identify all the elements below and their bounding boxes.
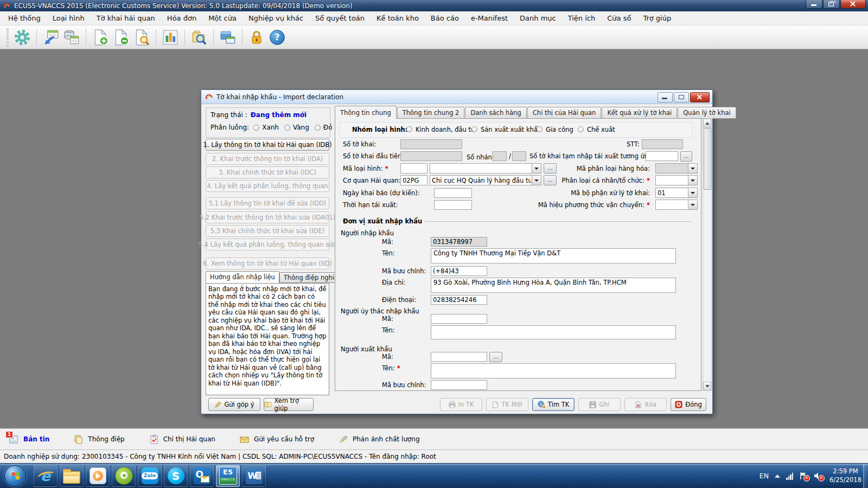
tab-thong-tin-chung[interactable]: Thông tin chung <box>335 106 397 119</box>
dropdown-button[interactable] <box>688 176 697 185</box>
exporter-browse-button[interactable]: ... <box>489 352 502 362</box>
find-declaration-button[interactable]: Tìm TK <box>532 398 575 411</box>
dropdown-button[interactable] <box>532 176 541 185</box>
help-icon[interactable]: ? <box>267 27 288 48</box>
so-tk-tam-nhap-input[interactable] <box>646 151 678 161</box>
feedback-button[interactable]: Gửi góp ý <box>208 398 260 411</box>
menu-item[interactable]: Hệ thống <box>2 12 47 24</box>
menu-item[interactable]: Một cửa <box>202 12 242 24</box>
taskbar-ecus-vnaccs[interactable]: E5 VNACCS <box>216 465 240 487</box>
taskbar-internet-explorer[interactable]: e <box>34 465 58 487</box>
ma-hieu-van-chuyen-combo[interactable] <box>655 200 698 210</box>
search-folders-icon[interactable] <box>189 27 209 48</box>
tab-ket-qua-xu-ly[interactable]: Kết quả xử lý tờ khai <box>602 107 677 119</box>
close-button[interactable] <box>840 0 866 9</box>
restore-button[interactable] <box>823 0 840 9</box>
new-document-icon[interactable] <box>90 27 111 48</box>
so-tk-tam-nhap-browse-button[interactable]: ... <box>680 151 692 162</box>
radio-gia-cong[interactable] <box>537 126 542 132</box>
menu-item[interactable]: Báo cáo <box>425 12 465 24</box>
windows-layout-icon[interactable] <box>218 27 238 48</box>
dropdown-button[interactable] <box>532 164 541 173</box>
phan-loai-cn-combo[interactable] <box>655 175 698 185</box>
ma-loai-hinh-code-input[interactable] <box>400 163 427 174</box>
ma-bo-phan-combo[interactable]: 01 <box>655 188 698 198</box>
menu-item[interactable]: Cửa sổ <box>601 12 637 24</box>
tab-quan-ly-to-khai[interactable]: Quản lý tờ khai <box>678 107 736 119</box>
menu-item[interactable]: Tiện ích <box>562 12 602 24</box>
action-center-flag-icon[interactable]: × <box>799 472 808 480</box>
menu-item[interactable]: Nghiệp vụ khác <box>242 12 309 24</box>
trustee-code-input[interactable] <box>431 314 487 324</box>
co-quan-code-input[interactable] <box>400 175 427 185</box>
lock-icon[interactable] <box>246 27 267 48</box>
menu-item[interactable]: Hóa đơn <box>161 12 202 24</box>
dialog-maximize-button[interactable] <box>674 92 689 102</box>
menu-item[interactable]: Loại hình <box>47 12 91 24</box>
importer-postal-input[interactable] <box>431 266 487 276</box>
importer-address-input[interactable]: 93 Gò Xoài, Phường Bình Hưng Hòa A, Quận… <box>431 278 676 293</box>
tab-danh-sach-hang[interactable]: Danh sách hàng <box>465 107 526 119</box>
close-dialog-button[interactable]: Đóng <box>671 398 706 411</box>
shortcut-thong-diep[interactable]: Thông điệp <box>73 434 124 444</box>
shortcut-ban-tin[interactable]: 1 Bản tin <box>9 434 49 444</box>
settings-gear-icon[interactable] <box>12 27 33 48</box>
taskbar-outlook[interactable]: O <box>190 465 214 487</box>
radio-stream-red[interactable] <box>315 125 321 131</box>
declaration-table-icon[interactable] <box>41 27 61 48</box>
database-table-icon[interactable] <box>61 27 82 48</box>
dialog-minimize-button[interactable] <box>658 92 673 102</box>
dropdown-button[interactable] <box>688 188 697 197</box>
exporter-name-input[interactable] <box>431 363 676 378</box>
ngay-khai-bao-input[interactable] <box>434 188 472 198</box>
taskbar-skype[interactable]: S <box>164 465 188 487</box>
help-button[interactable]: Xem trợ giúp <box>264 398 314 411</box>
ma-loai-hinh-combo[interactable] <box>430 163 541 174</box>
scroll-up-button[interactable] <box>703 119 711 127</box>
menu-item[interactable]: Trợ giúp <box>637 12 677 24</box>
network-signal-icon[interactable] <box>786 472 793 480</box>
scroll-down-button[interactable] <box>703 382 711 390</box>
view-document-icon[interactable] <box>131 27 152 48</box>
start-button[interactable] <box>4 465 26 487</box>
remove-document-icon[interactable] <box>111 27 131 48</box>
show-desktop-button[interactable] <box>863 464 868 488</box>
tab-thong-tin-chung-2[interactable]: Thông tin chung 2 <box>397 107 465 119</box>
shortcut-phan-anh[interactable]: Phản ánh chất lượng <box>338 434 420 444</box>
menu-item[interactable]: Kế toán kho <box>371 12 425 24</box>
language-indicator[interactable]: EN <box>760 472 769 480</box>
thoi-han-tai-xuat-input[interactable] <box>434 200 472 210</box>
taskbar-coccoc[interactable] <box>112 465 136 487</box>
form-scrollbar[interactable] <box>703 118 712 391</box>
co-quan-combo[interactable]: Chi cục HQ Quản lý hàng đầu tư <box>430 175 541 185</box>
dialog-close-button[interactable] <box>690 92 710 102</box>
taskbar-file-explorer[interactable] <box>60 465 84 487</box>
tray-expand-icon[interactable] <box>775 474 780 478</box>
importer-phone-input[interactable] <box>431 295 487 305</box>
minimize-button[interactable] <box>806 0 822 9</box>
exporter-postal-input[interactable] <box>431 380 487 390</box>
radio-stream-green[interactable] <box>253 125 259 131</box>
step-button-idb[interactable]: 1. Lấy thông tin tờ khai từ Hải quan (ID… <box>206 139 329 151</box>
radio-san-xuat[interactable] <box>471 126 477 132</box>
exporter-code-input[interactable] <box>431 352 487 362</box>
report-chart-icon[interactable] <box>160 27 181 48</box>
taskbar-zalo[interactable]: Zalo <box>138 465 162 487</box>
menu-item[interactable]: Sổ quyết toán <box>309 12 371 24</box>
radio-che-xuat[interactable] <box>578 126 584 132</box>
shortcut-chi-thi-hai-quan[interactable]: Chỉ thị Hải quan <box>149 434 215 444</box>
scrollbar-thumb[interactable] <box>704 128 712 190</box>
importer-name-input[interactable]: Công ty TNHH Thương Mại Tiếp Vận D&T <box>431 248 676 264</box>
taskbar-word[interactable]: W <box>242 465 266 487</box>
radio-kinh-doanh[interactable] <box>406 126 412 132</box>
menu-item[interactable]: e-Manifest <box>465 12 514 24</box>
taskbar-clock[interactable]: 2:59 PM 6/25/2018 <box>829 467 861 484</box>
menu-item[interactable]: Danh mục <box>514 12 562 24</box>
tab-guide[interactable]: Hướng dẫn nhập liệu <box>206 271 279 283</box>
trustee-name-input[interactable] <box>431 325 676 339</box>
volume-muted-icon[interactable]: × <box>814 472 822 480</box>
tab-chi-thi-hai-quan[interactable]: Chỉ thị của Hải quan <box>527 107 602 119</box>
radio-stream-yellow[interactable] <box>284 125 290 131</box>
shortcut-ho-tro[interactable]: Gửi yêu cầu hỗ trợ <box>239 434 314 444</box>
menu-item[interactable]: Tờ khai hải quan <box>91 12 161 24</box>
